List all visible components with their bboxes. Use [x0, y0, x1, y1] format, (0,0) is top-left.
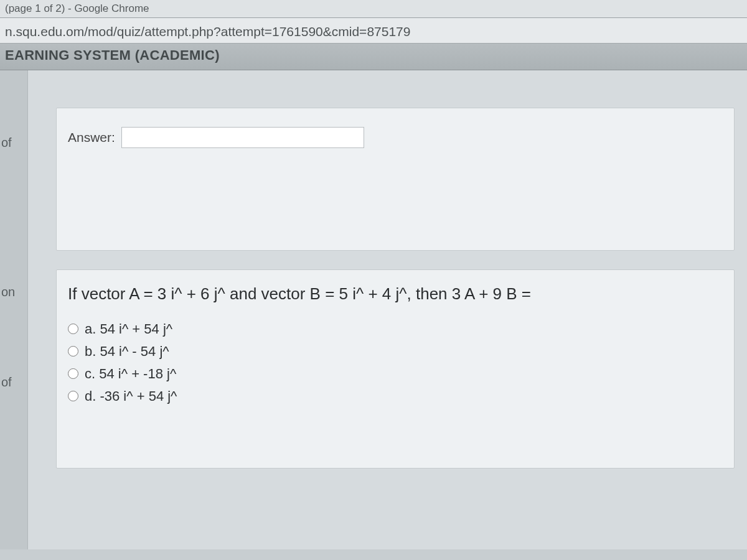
answer-panel: Answer: [56, 108, 735, 251]
option-a-label: a. 54 i^ + 54 j^ [85, 321, 172, 337]
answer-label: Answer: [68, 130, 115, 145]
option-d-radio[interactable] [68, 391, 78, 401]
question-navigation-column: of on of [0, 70, 28, 549]
window-title-text: (page 1 of 2) - Google Chrome [5, 2, 149, 14]
url-bar[interactable]: n.squ.edu.om/mod/quiz/attempt.php?attemp… [0, 18, 747, 44]
answer-row: Answer: [68, 127, 723, 148]
site-title: EARNING SYSTEM (ACADEMIC) [5, 47, 220, 63]
nav-fragment-of-2: of [1, 375, 12, 390]
content-area: of on of Answer: If vector A = 3 i^ + 6 … [0, 70, 747, 549]
option-d-label: d. -36 i^ + 54 j^ [85, 388, 177, 404]
option-b[interactable]: b. 54 i^ - 54 j^ [68, 343, 723, 360]
question-panel: If vector A = 3 i^ + 6 j^ and vector B =… [56, 269, 735, 469]
option-b-label: b. 54 i^ - 54 j^ [85, 343, 169, 360]
options-group: a. 54 i^ + 54 j^ b. 54 i^ - 54 j^ c. 54 … [68, 321, 723, 404]
nav-fragment-on: on [1, 285, 15, 299]
option-c-radio[interactable] [68, 368, 78, 379]
option-b-radio[interactable] [68, 346, 78, 357]
nav-fragment-of-1: of [1, 136, 12, 150]
option-d[interactable]: d. -36 i^ + 54 j^ [68, 388, 723, 404]
option-c-label: c. 54 i^ + -18 j^ [85, 366, 176, 382]
site-banner: EARNING SYSTEM (ACADEMIC) [0, 44, 747, 70]
option-c[interactable]: c. 54 i^ + -18 j^ [68, 366, 723, 382]
option-a-radio[interactable] [68, 324, 78, 334]
question-text: If vector A = 3 i^ + 6 j^ and vector B =… [68, 282, 723, 306]
answer-input[interactable] [121, 127, 364, 148]
option-a[interactable]: a. 54 i^ + 54 j^ [68, 321, 723, 337]
window-titlebar: (page 1 of 2) - Google Chrome [0, 0, 747, 18]
url-text: n.squ.edu.om/mod/quiz/attempt.php?attemp… [5, 24, 410, 39]
